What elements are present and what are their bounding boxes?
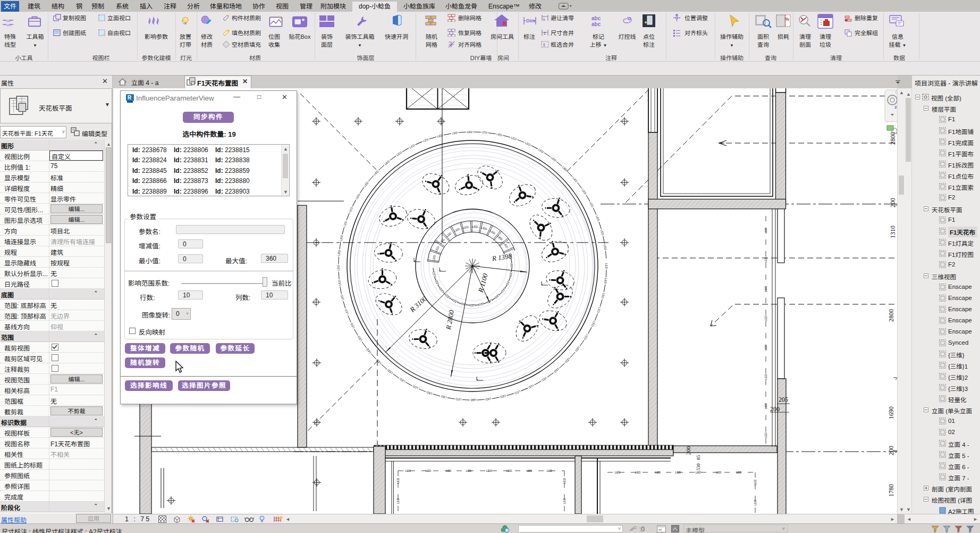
svg-text:2800: 2800 xyxy=(889,132,897,145)
svg-text:LED: LED xyxy=(467,130,472,134)
svg-text:LED: LED xyxy=(510,262,513,268)
svg-text:LED: LED xyxy=(485,397,491,401)
svg-text:LED: LED xyxy=(655,471,661,474)
svg-text:R: R xyxy=(128,95,132,101)
svg-text:LED: LED xyxy=(470,398,476,402)
svg-text:LED: LED xyxy=(635,471,641,474)
svg-text:LED: LED xyxy=(6,19,11,22)
svg-text:LED: LED xyxy=(455,397,461,401)
svg-text:LED: LED xyxy=(604,278,607,284)
svg-text:LED: LED xyxy=(446,469,452,472)
svg-text:LED: LED xyxy=(615,471,621,474)
svg-text:LED: LED xyxy=(696,471,702,474)
svg-text:Σ: Σ xyxy=(544,31,546,35)
svg-text:LED: LED xyxy=(754,480,757,486)
svg-text:LED: LED xyxy=(472,225,478,229)
svg-text:%: % xyxy=(785,16,789,22)
svg-text:530: 530 xyxy=(696,463,701,471)
svg-text:LED: LED xyxy=(764,228,767,234)
svg-text:LED: LED xyxy=(764,345,767,351)
svg-text:abc: abc xyxy=(592,15,601,21)
svg-text:LED: LED xyxy=(605,263,608,269)
svg-text:LED: LED xyxy=(470,304,476,307)
svg-text:LED: LED xyxy=(506,469,512,472)
svg-text:1780: 1780 xyxy=(888,484,895,497)
svg-text:LED: LED xyxy=(337,280,341,286)
svg-text:LED: LED xyxy=(337,250,341,256)
svg-text:200: 200 xyxy=(888,446,895,455)
svg-text:LED: LED xyxy=(396,478,400,484)
svg-text:LED: LED xyxy=(764,374,767,380)
svg-text:1310: 1310 xyxy=(889,226,897,238)
svg-text:LED: LED xyxy=(6,23,11,27)
svg-text:5: 5 xyxy=(543,18,545,21)
svg-text:LED: LED xyxy=(716,471,722,474)
svg-text:LED: LED xyxy=(466,469,472,472)
svg-text:LED: LED xyxy=(764,286,767,292)
svg-text:LED: LED xyxy=(736,471,742,474)
svg-text:LED: LED xyxy=(405,469,411,472)
svg-text:LED: LED xyxy=(547,469,553,472)
svg-text:LED: LED xyxy=(396,498,400,504)
svg-text:LED: LED xyxy=(486,469,492,472)
svg-text:205: 205 xyxy=(779,396,788,403)
svg-text:LED: LED xyxy=(481,130,487,134)
svg-text:LED: LED xyxy=(675,471,681,474)
svg-text:LED: LED xyxy=(764,432,767,438)
svg-text:LED: LED xyxy=(764,403,767,409)
svg-text:LED: LED xyxy=(754,500,757,506)
svg-text:Σ: Σ xyxy=(543,43,546,47)
svg-text:85: 85 xyxy=(696,455,701,460)
svg-text:LED: LED xyxy=(337,265,340,271)
svg-text:200: 200 xyxy=(770,405,780,413)
svg-text:LED: LED xyxy=(563,478,566,484)
svg-text:Dim: Dim xyxy=(526,18,535,23)
svg-text:1690: 1690 xyxy=(888,406,895,419)
svg-text:LED: LED xyxy=(764,315,767,321)
svg-text:200: 200 xyxy=(685,446,691,455)
svg-text:LED: LED xyxy=(426,469,432,472)
svg-text:200: 200 xyxy=(889,198,897,207)
svg-text:2800: 2800 xyxy=(888,309,895,322)
svg-text:abc: abc xyxy=(592,21,601,27)
svg-text:LED: LED xyxy=(764,257,767,263)
svg-text:LED: LED xyxy=(527,469,533,472)
svg-text:LED: LED xyxy=(563,498,566,504)
